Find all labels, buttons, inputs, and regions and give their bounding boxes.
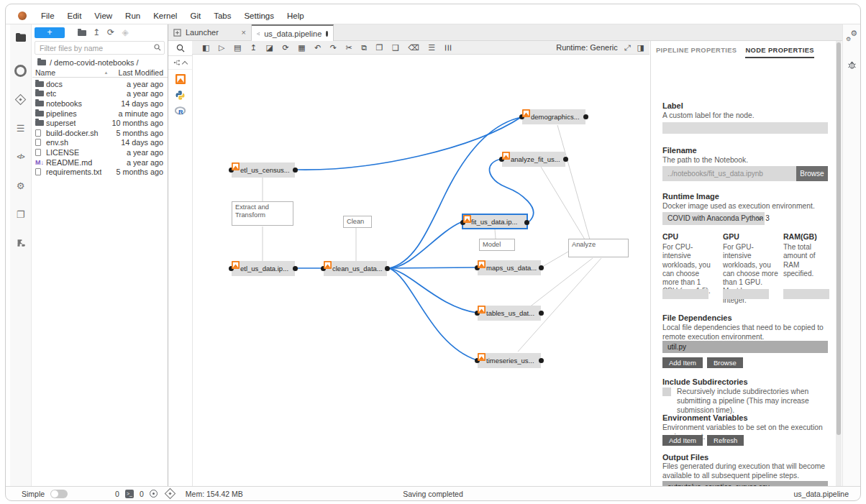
code-snippets-icon[interactable]: </> (10, 148, 31, 165)
copy-icon[interactable]: ⧉ (361, 44, 367, 52)
menu-kernel[interactable]: Kernel (147, 10, 183, 22)
node-tables-us-data[interactable]: tables_us_dat... (478, 306, 541, 321)
file-row[interactable]: build-docker.sh5 months ago (32, 128, 168, 138)
filename-input[interactable]: ../notebooks/fit_us_data.ipynb (662, 166, 796, 181)
node-etl-us-census[interactable]: etl_us_census... (232, 162, 295, 178)
properties-scrollbar[interactable] (836, 41, 842, 487)
file-row[interactable]: M↓README.mda year ago (32, 157, 168, 168)
kernel-icon[interactable] (150, 490, 158, 498)
toggle-properties-panel-icon[interactable]: ◨ (637, 44, 644, 52)
file-browser-icon[interactable] (10, 29, 31, 46)
arrange-vertically-icon[interactable]: ☰ (444, 44, 452, 51)
pipeline-canvas[interactable]: Extract and Transform Clean Model Analyz… (192, 55, 642, 487)
file-row[interactable]: env.sh14 days ago (32, 138, 168, 148)
add-item-button[interactable]: Add Item (662, 357, 703, 368)
node-etl-us-data[interactable]: etl_us_data.ip... (232, 261, 295, 276)
filename-browse-button[interactable]: Browse (796, 166, 828, 181)
node-maps-us-data[interactable]: maps_us_data... (478, 260, 541, 275)
file-row[interactable]: notebooks14 days ago (32, 98, 168, 109)
menu-view[interactable]: View (88, 10, 119, 22)
tab-node-properties[interactable]: NODE PROPERTIES (745, 47, 813, 58)
node-analyze-fit-us[interactable]: analyze_fit_us... (502, 152, 565, 167)
comment-extract-transform[interactable]: Extract and Transform (232, 201, 293, 226)
add-comment-icon[interactable]: ❑ (392, 44, 399, 52)
property-inspector-icon[interactable]: ⚙⚙ (846, 30, 857, 40)
tab-us-data-pipeline[interactable]: us_data.pipeline (252, 24, 334, 41)
undo-icon[interactable]: ↶ (314, 44, 321, 52)
palette-section-toggle[interactable] (168, 56, 192, 70)
paste-icon[interactable]: ❐ (376, 44, 383, 52)
new-launcher-button[interactable]: + (35, 27, 65, 38)
run-pipeline-icon[interactable]: ▷ (219, 44, 224, 52)
palette-search[interactable] (168, 41, 192, 56)
comment-model[interactable]: Model (479, 239, 515, 251)
file-row[interactable]: pipelinesa minute ago (32, 109, 168, 119)
cut-icon[interactable]: ✂ (345, 44, 352, 52)
node-fit-us-data[interactable]: fit_us_data.ip... (462, 214, 528, 229)
redo-icon[interactable]: ↷ (330, 44, 337, 52)
sort-ascending-icon[interactable]: ▲ (104, 70, 109, 75)
column-last-modified[interactable]: Last Modified (119, 68, 163, 77)
extension-manager-icon[interactable] (10, 234, 31, 252)
refresh-icon[interactable]: ⟳ (104, 27, 118, 37)
menu-settings[interactable]: Settings (237, 10, 281, 22)
terminal-icon[interactable]: >_ (125, 490, 134, 498)
menu-help[interactable]: Help (281, 10, 311, 22)
open-runtimes-icon[interactable]: ⟳ (282, 44, 288, 52)
breadcrumb[interactable]: / demo-covid-notebooks / (37, 58, 139, 67)
save-pipeline-icon[interactable]: ▤ (234, 44, 241, 52)
menu-tabs[interactable]: Tabs (207, 10, 237, 22)
unsaved-changes-dot[interactable] (326, 31, 328, 37)
node-demographics[interactable]: demographics... (522, 109, 585, 124)
python-node-icon[interactable] (175, 90, 186, 101)
column-name[interactable]: Name (35, 68, 55, 77)
node-timeseries-us[interactable]: timeseries_us... (478, 353, 541, 368)
delete-icon[interactable]: ⌫ (408, 44, 419, 52)
browse-button[interactable]: Browse (707, 357, 743, 368)
file-row[interactable]: etca year ago (32, 89, 168, 99)
open-tabs-icon[interactable]: ❐ (10, 206, 31, 223)
clear-pipeline-icon[interactable]: ◪ (266, 44, 273, 52)
running-sessions-icon[interactable] (10, 62, 31, 79)
runtime-images-icon[interactable]: ▦ (298, 44, 305, 52)
tab-pipeline-properties[interactable]: PIPELINE PROPERTIES (656, 47, 737, 58)
debugger-icon[interactable] (847, 60, 857, 70)
add-item-button[interactable]: Add Item (662, 435, 703, 446)
comment-clean[interactable]: Clean (343, 216, 372, 228)
git-status-icon[interactable] (165, 488, 176, 500)
label-input[interactable] (662, 122, 828, 134)
git-clone-icon[interactable]: ◈ (118, 27, 132, 37)
close-icon[interactable]: × (242, 28, 246, 37)
file-row[interactable]: docsa year ago (32, 79, 168, 89)
gpu-input[interactable] (723, 289, 769, 299)
file-row[interactable]: superset10 months ago (32, 118, 168, 128)
tab-launcher[interactable]: Launcher × (168, 24, 252, 40)
new-folder-icon[interactable] (75, 27, 89, 37)
menu-file[interactable]: File (35, 10, 61, 22)
table-of-contents-icon[interactable]: ☰ (10, 119, 31, 137)
expand-icon[interactable]: ⤢ (624, 44, 631, 52)
simple-mode-toggle[interactable] (50, 490, 68, 498)
r-node-icon[interactable]: R (175, 106, 186, 116)
node-clean-us-data[interactable]: clean_us_data... (324, 261, 387, 276)
scrollbar-thumb[interactable] (837, 42, 841, 435)
runtime-image-select[interactable]: COVID with Anaconda Python 3 (662, 212, 765, 225)
filter-files-input[interactable] (35, 42, 164, 54)
open-palette-icon[interactable]: ◧ (202, 44, 209, 52)
file-row[interactable]: requirements.txt5 months ago (32, 167, 168, 177)
export-pipeline-icon[interactable]: ↥ (250, 44, 257, 52)
comment-analyze[interactable]: Analyze (568, 239, 629, 257)
cpu-input[interactable] (662, 289, 708, 299)
notebook-node-icon[interactable] (176, 74, 186, 84)
file-dependency-item[interactable]: util.py (662, 341, 828, 353)
git-icon[interactable] (10, 91, 31, 108)
menu-run[interactable]: Run (119, 10, 147, 22)
file-row[interactable]: LICENSEa year ago (32, 147, 168, 157)
ram-input[interactable] (783, 289, 829, 299)
menu-git[interactable]: Git (183, 10, 207, 22)
arrange-horizontally-icon[interactable]: ☰ (428, 44, 435, 52)
refresh-button[interactable]: Refresh (707, 435, 744, 446)
menu-edit[interactable]: Edit (61, 10, 88, 22)
include-subdirectories-checkbox[interactable] (662, 388, 671, 396)
upload-icon[interactable]: ↥ (89, 27, 104, 37)
